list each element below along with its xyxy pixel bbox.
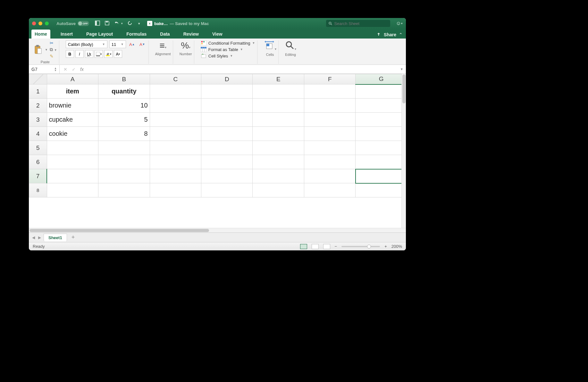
cell-B1[interactable]: quantity	[98, 84, 150, 99]
tab-page-layout[interactable]: Page Layout	[83, 30, 116, 39]
cell-E8[interactable]	[253, 183, 304, 197]
cell-E6[interactable]	[253, 155, 304, 169]
cell-F4[interactable]	[304, 127, 355, 141]
cell-G4[interactable]	[356, 127, 406, 141]
cell-D1[interactable]	[201, 84, 253, 99]
tab-formulas[interactable]: Formulas	[123, 30, 150, 39]
cell-G3[interactable]	[356, 113, 406, 127]
close-window-button[interactable]	[32, 22, 36, 25]
cell-B4[interactable]: 8	[98, 127, 150, 141]
feedback-dropdown[interactable]: ▾	[401, 22, 403, 25]
zoom-level[interactable]: 200%	[391, 244, 402, 249]
col-header-F[interactable]: F	[304, 74, 355, 84]
cell-B2[interactable]: 10	[98, 99, 150, 113]
border-button[interactable]: ▾	[95, 50, 103, 58]
row-header-1[interactable]: 1	[29, 84, 47, 99]
cell-B3[interactable]: 5	[98, 113, 150, 127]
autosave-switch[interactable]: OFF	[78, 21, 89, 26]
cell-F5[interactable]	[304, 141, 355, 155]
font-size-select[interactable]: 11▼	[109, 40, 126, 48]
cell-F2[interactable]	[304, 99, 355, 113]
cell-A2[interactable]: brownie	[47, 99, 98, 113]
undo-icon[interactable]	[114, 21, 119, 27]
cell-E1[interactable]	[253, 84, 304, 99]
decrease-font-icon[interactable]: A▼	[138, 40, 147, 48]
cell-C4[interactable]	[150, 127, 201, 141]
zoom-slider[interactable]	[341, 246, 380, 247]
cell-D5[interactable]	[201, 141, 253, 155]
share-button[interactable]: Share	[384, 32, 396, 37]
increase-font-icon[interactable]: A▲	[128, 40, 136, 48]
underline-button[interactable]: U ▾	[85, 50, 93, 58]
view-page-break-icon[interactable]	[323, 244, 330, 249]
cell-A7[interactable]	[47, 169, 98, 183]
qat-customize-dropdown[interactable]: ▾	[138, 22, 140, 26]
cell-C8[interactable]	[150, 183, 201, 197]
copy-icon[interactable]: ⧉ ▼	[50, 47, 57, 52]
tab-review[interactable]: Review	[180, 30, 202, 39]
row-header-6[interactable]: 6	[29, 155, 47, 169]
row-header-7[interactable]: 7	[29, 169, 47, 183]
cell-E7[interactable]	[253, 169, 304, 183]
view-page-layout-icon[interactable]	[312, 244, 319, 249]
cell-G2[interactable]	[356, 99, 406, 113]
cell-styles-button[interactable]: Cell Styles ▼	[201, 53, 233, 58]
font-color-button[interactable]: A ▾	[114, 50, 122, 58]
col-header-A[interactable]: A	[47, 74, 98, 84]
horizontal-scrollbar[interactable]	[29, 228, 406, 232]
view-normal-icon[interactable]	[300, 244, 307, 249]
name-box[interactable]: G7 ▲▼	[29, 65, 60, 74]
zoom-out-button[interactable]: −	[335, 244, 337, 249]
sheet-nav-prev[interactable]: ◀	[31, 235, 36, 240]
cell-D4[interactable]	[201, 127, 253, 141]
cell-E5[interactable]	[253, 141, 304, 155]
cut-icon[interactable]: ✂	[50, 40, 57, 46]
cell-G7[interactable]	[356, 169, 406, 183]
cell-D7[interactable]	[201, 169, 253, 183]
cell-F1[interactable]	[304, 84, 355, 99]
undo-dropdown[interactable]: ▾	[121, 22, 123, 25]
search-sheet[interactable]	[326, 20, 390, 27]
zoom-slider-knob[interactable]	[367, 245, 371, 248]
accept-formula-icon[interactable]: ✓	[72, 67, 76, 72]
collapse-ribbon-icon[interactable]: ⌃	[399, 32, 403, 37]
fx-icon[interactable]: fx	[80, 67, 84, 72]
cell-C7[interactable]	[150, 169, 201, 183]
cell-F3[interactable]	[304, 113, 355, 127]
cell-B5[interactable]	[98, 141, 150, 155]
row-header-5[interactable]: 5	[29, 141, 47, 155]
cell-B6[interactable]	[98, 155, 150, 169]
minimize-window-button[interactable]	[38, 22, 42, 25]
autosave-toggle[interactable]: AutoSave OFF	[56, 21, 89, 26]
cell-D2[interactable]	[201, 99, 253, 113]
share-icon[interactable]	[376, 32, 381, 37]
col-header-C[interactable]: C	[150, 74, 201, 84]
cell-E4[interactable]	[253, 127, 304, 141]
search-input[interactable]	[334, 21, 387, 26]
vscroll-thumb[interactable]	[402, 74, 406, 103]
col-header-E[interactable]: E	[253, 74, 304, 84]
sheet-tab-sheet1[interactable]: Sheet1	[44, 234, 67, 241]
italic-button[interactable]: I	[75, 50, 84, 58]
cell-G1[interactable]	[356, 84, 406, 99]
feedback-icon[interactable]: ☺	[396, 21, 401, 26]
format-as-table-button[interactable]: Format as Table ▼	[201, 47, 243, 52]
cell-D8[interactable]	[201, 183, 253, 197]
number-format-icon[interactable]: %▾	[181, 40, 190, 51]
cell-G6[interactable]	[356, 155, 406, 169]
cell-A5[interactable]	[47, 141, 98, 155]
cell-B7[interactable]	[98, 169, 150, 183]
name-box-spinner[interactable]: ▲▼	[54, 67, 57, 72]
cell-C1[interactable]	[150, 84, 201, 99]
tab-view[interactable]: View	[209, 30, 226, 39]
template-icon[interactable]	[95, 21, 100, 27]
cell-C5[interactable]	[150, 141, 201, 155]
tab-insert[interactable]: Insert	[57, 30, 76, 39]
sheet-nav-next[interactable]: ▶	[38, 235, 42, 240]
tab-home[interactable]: Home	[31, 30, 50, 39]
paste-button[interactable]	[33, 44, 43, 56]
cell-D3[interactable]	[201, 113, 253, 127]
cell-A3[interactable]: cupcake	[47, 113, 98, 127]
cells-icon[interactable]: ▾	[264, 40, 276, 51]
col-header-D[interactable]: D	[201, 74, 253, 84]
